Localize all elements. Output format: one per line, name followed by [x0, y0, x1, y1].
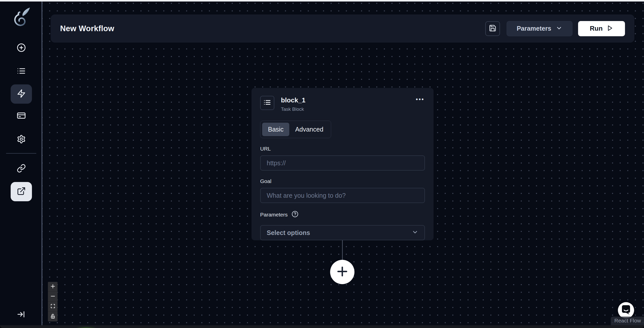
parameters-button-label: Parameters — [517, 25, 551, 32]
block-subtitle: Task Block — [281, 106, 306, 112]
block-type-icon-box — [260, 96, 274, 110]
sidebar-item-credentials[interactable] — [11, 106, 32, 126]
dragon-logo — [9, 7, 33, 30]
task-block-header: block_1 Task Block ••• — [260, 96, 425, 112]
page-title: New Workflow — [60, 24, 114, 33]
sidebar-item-workflows[interactable] — [11, 62, 32, 81]
plus-icon — [50, 284, 56, 290]
link-icon — [17, 164, 26, 174]
fit-view-icon — [50, 303, 56, 309]
run-button[interactable]: Run — [578, 21, 625, 36]
parameters-field-group: Parameters Select options — [260, 211, 425, 240]
plus-circle-icon — [17, 43, 26, 53]
parameters-select[interactable]: Select options — [260, 225, 425, 240]
lock-button[interactable] — [48, 312, 58, 321]
external-link-icon — [17, 187, 26, 197]
sidebar-item-link[interactable] — [11, 159, 32, 178]
gear-icon — [17, 135, 26, 145]
sidebar-item-open-external[interactable] — [11, 182, 32, 201]
play-icon — [606, 25, 613, 32]
chat-widget-button[interactable] — [618, 302, 634, 318]
url-field-group: URL — [260, 146, 425, 171]
help-circle-icon[interactable] — [292, 211, 298, 218]
parameters-button[interactable]: Parameters — [507, 21, 573, 36]
workflow-editor-app: New Workflow Parameters Run — [0, 0, 644, 328]
tab-basic[interactable]: Basic — [262, 123, 289, 136]
goal-input[interactable] — [260, 188, 425, 203]
workflow-canvas[interactable]: New Workflow Parameters Run — [42, 2, 644, 325]
sidebar-expand-button[interactable] — [11, 305, 32, 324]
tab-advanced[interactable]: Advanced — [289, 123, 329, 136]
react-flow-attribution[interactable]: React Flow — [611, 317, 644, 325]
goal-field-group: Goal — [260, 178, 425, 203]
lightning-icon — [17, 89, 26, 99]
url-label: URL — [260, 146, 425, 152]
list-icon — [17, 66, 26, 77]
block-title[interactable]: block_1 — [281, 96, 306, 104]
header-actions: Parameters Run — [485, 14, 625, 43]
block-titles: block_1 Task Block — [281, 96, 306, 112]
url-input[interactable] — [260, 155, 425, 171]
sidebar-item-create[interactable] — [11, 39, 32, 58]
chevron-down-icon — [412, 229, 418, 236]
fit-view-button[interactable] — [48, 302, 58, 312]
zoom-out-button[interactable] — [48, 292, 58, 302]
workflow-edge — [342, 240, 343, 260]
sidebar-item-settings[interactable] — [11, 130, 32, 149]
parameters-label-row: Parameters — [260, 211, 425, 218]
block-tabs: Basic Advanced — [260, 121, 331, 138]
goal-label: Goal — [260, 178, 425, 184]
chat-bubble-icon — [618, 302, 634, 319]
floppy-disk-icon — [489, 24, 496, 33]
credit-card-icon — [17, 111, 26, 121]
window-bottom-edge — [0, 325, 644, 328]
task-block-node[interactable]: block_1 Task Block ••• Basic Advanced UR… — [252, 88, 434, 240]
plus-icon — [336, 265, 349, 279]
canvas-controls — [48, 282, 58, 321]
main-area: New Workflow Parameters Run — [0, 2, 644, 325]
parameters-label: Parameters — [260, 212, 288, 218]
sidebar-item-runs[interactable] — [11, 84, 32, 104]
sidebar — [0, 2, 42, 325]
zoom-in-button[interactable] — [48, 282, 58, 292]
sidebar-divider — [6, 153, 36, 154]
chevron-down-icon — [556, 25, 562, 32]
arrow-right-to-line-icon — [17, 310, 26, 320]
lock-icon — [50, 314, 56, 320]
parameters-select-placeholder: Select options — [267, 229, 310, 236]
save-button[interactable] — [485, 21, 500, 36]
list-icon — [263, 99, 271, 107]
run-button-label: Run — [590, 25, 603, 32]
add-block-button[interactable] — [330, 260, 354, 284]
block-menu-button[interactable]: ••• — [416, 96, 424, 102]
minus-icon — [50, 294, 56, 300]
workflow-header-panel: New Workflow Parameters Run — [51, 14, 634, 43]
